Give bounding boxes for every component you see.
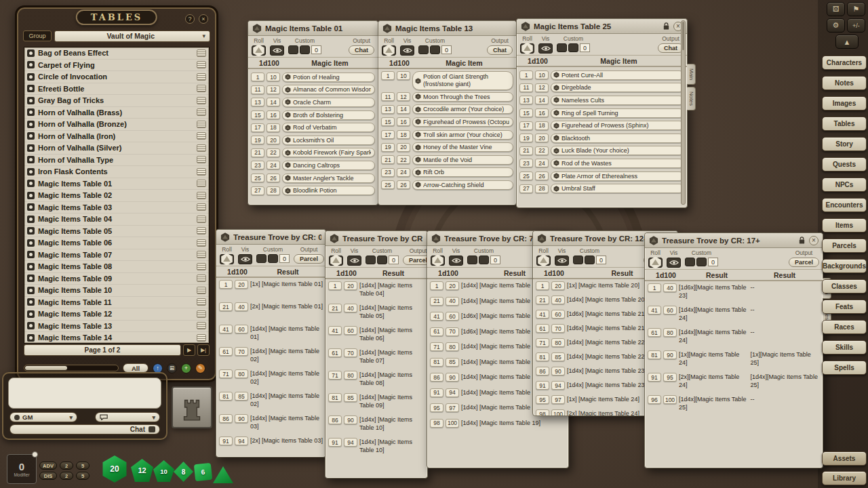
- dice-bag-button[interactable]: ⚄: [827, 2, 845, 16]
- open-table-icon[interactable]: [197, 156, 206, 163]
- open-table-icon[interactable]: [197, 227, 206, 235]
- result-field[interactable]: [2x] [Magic Items Table 03]: [250, 436, 323, 445]
- sidebar-button-feats[interactable]: Feats: [822, 300, 867, 314]
- range-field[interactable]: 1: [328, 281, 342, 290]
- open-table-icon[interactable]: [197, 73, 206, 81]
- range-field[interactable]: 18: [267, 123, 280, 132]
- roll-dice-button[interactable]: [536, 256, 551, 266]
- open-table-icon[interactable]: [197, 49, 206, 57]
- range-field[interactable]: 16: [267, 110, 280, 119]
- range-field[interactable]: 19: [519, 134, 533, 142]
- sidebar-button-skills[interactable]: Skills: [822, 340, 867, 354]
- range-field[interactable]: 70: [344, 348, 357, 357]
- roll-dice-button[interactable]: [648, 258, 663, 268]
- custom-value-field[interactable]: 0: [279, 254, 290, 263]
- open-table-icon[interactable]: [197, 144, 206, 152]
- table-list-item[interactable]: Magic Items Table 14: [24, 332, 209, 344]
- range-field[interactable]: 80: [551, 338, 565, 347]
- sidebar-button-notes[interactable]: Notes: [822, 76, 867, 90]
- range-field[interactable]: 41: [219, 325, 233, 333]
- range-field[interactable]: 23: [381, 168, 395, 177]
- item-link[interactable]: Locksmith's Oil: [282, 136, 375, 145]
- range-field[interactable]: 11: [251, 85, 264, 94]
- result-field[interactable]: [1d4x] [Magic Items Table 19]: [461, 419, 566, 428]
- visibility-eye-icon[interactable]: [347, 256, 361, 266]
- table-list-item[interactable]: Magic Items Table 04: [24, 214, 209, 226]
- range-field[interactable]: 1: [648, 283, 661, 292]
- mod-2-button[interactable]: 2: [60, 472, 73, 480]
- range-field[interactable]: 40: [663, 283, 677, 292]
- item-link[interactable]: Arrow-Catching Shield: [412, 180, 513, 190]
- roll-dice-button[interactable]: [329, 256, 343, 266]
- item-link[interactable]: Figurehead of Prowess (Sphinx): [551, 121, 684, 130]
- visibility-eye-icon[interactable]: [667, 258, 681, 268]
- table-list-item[interactable]: Magic Items Table 06: [24, 237, 209, 249]
- custom-die-button[interactable]: [288, 45, 298, 54]
- range-field[interactable]: 22: [535, 146, 549, 155]
- open-table-icon[interactable]: [197, 203, 206, 211]
- item-link[interactable]: Rift Orb: [412, 167, 513, 177]
- range-field[interactable]: 24: [397, 168, 410, 177]
- item-link[interactable]: Umbral Staff: [551, 184, 684, 193]
- result-field[interactable]: [1d4x] [Magic Items Table 04]: [359, 281, 425, 298]
- visibility-eye-icon[interactable]: [449, 256, 463, 266]
- range-field[interactable]: 86: [430, 373, 443, 382]
- open-table-icon[interactable]: [197, 132, 206, 140]
- range-field[interactable]: 61: [430, 327, 443, 336]
- custom-value-field[interactable]: 0: [441, 45, 452, 54]
- range-field[interactable]: 70: [551, 324, 565, 333]
- group-select[interactable]: Vault of Magic ▾: [54, 30, 210, 42]
- custom-die-button[interactable]: [418, 45, 429, 54]
- range-field[interactable]: 19: [381, 143, 395, 152]
- result-field[interactable]: [1d4x] [Magic Items Table 08]: [359, 371, 425, 387]
- custom-die-button[interactable]: [300, 45, 310, 54]
- custom-die-button[interactable]: [366, 256, 376, 264]
- table-list-item[interactable]: Horn of Valhalla (Bronze): [24, 119, 209, 131]
- range-field[interactable]: 41: [430, 312, 443, 321]
- range-field[interactable]: 94: [551, 381, 565, 390]
- custom-value-field[interactable]: 0: [311, 45, 321, 54]
- range-field[interactable]: 85: [446, 358, 459, 367]
- sidebar-button-quests[interactable]: Quests: [822, 157, 867, 171]
- custom-value-field[interactable]: 0: [708, 258, 718, 266]
- collapse-sidebar-button[interactable]: ▲: [835, 35, 859, 49]
- table-list-item[interactable]: Magic Items Table 05: [24, 226, 209, 238]
- output-mode-button[interactable]: Chat: [349, 45, 374, 55]
- item-link[interactable]: Almanac of Common Wisdom: [282, 85, 375, 94]
- range-field[interactable]: 86: [536, 367, 549, 375]
- range-field[interactable]: 21: [381, 155, 395, 164]
- range-field[interactable]: 21: [219, 302, 233, 311]
- range-field[interactable]: 1: [430, 281, 443, 290]
- lock-icon[interactable]: [798, 236, 806, 245]
- table-list-item[interactable]: Magic Items Table 12: [24, 308, 209, 321]
- range-field[interactable]: 81: [328, 393, 342, 402]
- range-field[interactable]: 27: [251, 186, 264, 195]
- open-table-icon[interactable]: [197, 274, 206, 282]
- tab-notes[interactable]: Notes: [687, 87, 696, 110]
- open-table-icon[interactable]: [197, 263, 206, 270]
- close-icon[interactable]: ×: [809, 236, 818, 245]
- roll-dice-button[interactable]: [520, 43, 534, 54]
- range-field[interactable]: 85: [551, 352, 565, 361]
- open-table-icon[interactable]: [197, 251, 206, 258]
- visibility-eye-icon[interactable]: [270, 45, 284, 56]
- range-field[interactable]: 17: [251, 123, 264, 132]
- result-field[interactable]: [1d4x][Magic Items Table 25]: [679, 395, 749, 411]
- range-field[interactable]: 14: [535, 96, 549, 104]
- table-list-item[interactable]: Efreeti Bottle: [24, 83, 209, 96]
- range-field[interactable]: 20: [535, 134, 549, 142]
- range-field[interactable]: 100: [551, 409, 565, 415]
- item-link[interactable]: Potion of Giant Strength (frost/stone gi…: [412, 71, 513, 90]
- table-list-item[interactable]: Horn of Valhalla Type: [24, 155, 209, 167]
- range-field[interactable]: 12: [267, 85, 280, 94]
- item-link[interactable]: Bloodlink Potion: [282, 186, 375, 195]
- range-field[interactable]: 20: [235, 280, 248, 289]
- range-field[interactable]: 1: [519, 70, 533, 79]
- range-field[interactable]: 27: [519, 184, 533, 193]
- range-field[interactable]: 71: [430, 342, 443, 351]
- range-field[interactable]: 86: [328, 415, 342, 424]
- output-mode-button[interactable]: Parcel: [789, 258, 819, 267]
- range-field[interactable]: 25: [519, 171, 533, 180]
- range-field[interactable]: 20: [397, 143, 410, 152]
- lock-icon[interactable]: [663, 22, 670, 30]
